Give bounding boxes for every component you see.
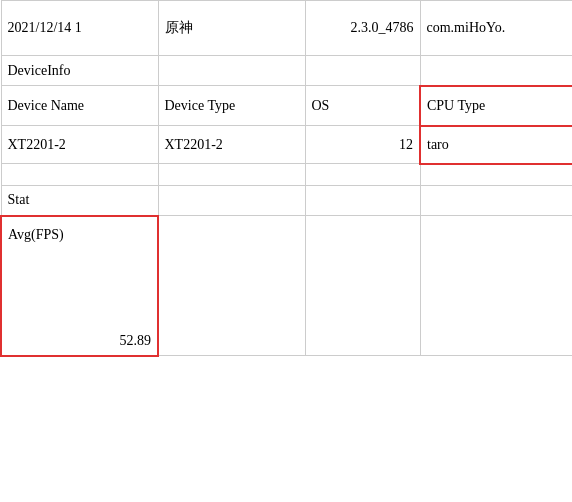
device-name-header: Device Name (1, 86, 158, 126)
avg-fps-row: Avg(FPS) 52.89 (1, 216, 572, 356)
device-info-section-row: DeviceInfo (1, 56, 572, 86)
top-col4: com.miHoYo. (420, 1, 572, 56)
avg-empty3 (305, 216, 420, 356)
os-value: 12 (305, 126, 420, 164)
top-col2: 原神 (158, 1, 305, 56)
top-data-row: 2021/12/14 1 原神 2.3.0_4786 com.miHoYo. (1, 1, 572, 56)
avg-fps-cell: Avg(FPS) 52.89 (1, 216, 158, 356)
cpu-type-header: CPU Type (420, 86, 572, 126)
device-type-value: XT2201-2 (158, 126, 305, 164)
device-header-row: Device Name Device Type OS CPU Type (1, 86, 572, 126)
device-type-header: Device Type (158, 86, 305, 126)
device-name-value: XT2201-2 (1, 126, 158, 164)
device-info-label: DeviceInfo (1, 56, 158, 86)
device-info-empty2 (158, 56, 305, 86)
device-info-empty3 (305, 56, 420, 86)
stat-empty4 (420, 186, 572, 216)
avg-fps-value: 52.89 (120, 333, 152, 349)
device-info-empty4 (420, 56, 572, 86)
top-col3: 2.3.0_4786 (305, 1, 420, 56)
top-col1: 2021/12/14 1 (1, 1, 158, 56)
spacer-empty3 (305, 164, 420, 186)
avg-fps-label: Avg(FPS) (8, 227, 64, 243)
spacer-row (1, 164, 572, 186)
avg-empty2 (158, 216, 305, 356)
stat-empty3 (305, 186, 420, 216)
stat-section-row: Stat (1, 186, 572, 216)
os-header: OS (305, 86, 420, 126)
spacer-empty4 (420, 164, 572, 186)
device-data-row: XT2201-2 XT2201-2 12 taro (1, 126, 572, 164)
cpu-type-value: taro (420, 126, 572, 164)
avg-empty4 (420, 216, 572, 356)
stat-empty2 (158, 186, 305, 216)
spacer-empty2 (158, 164, 305, 186)
stat-label: Stat (1, 186, 158, 216)
spacer-empty1 (1, 164, 158, 186)
